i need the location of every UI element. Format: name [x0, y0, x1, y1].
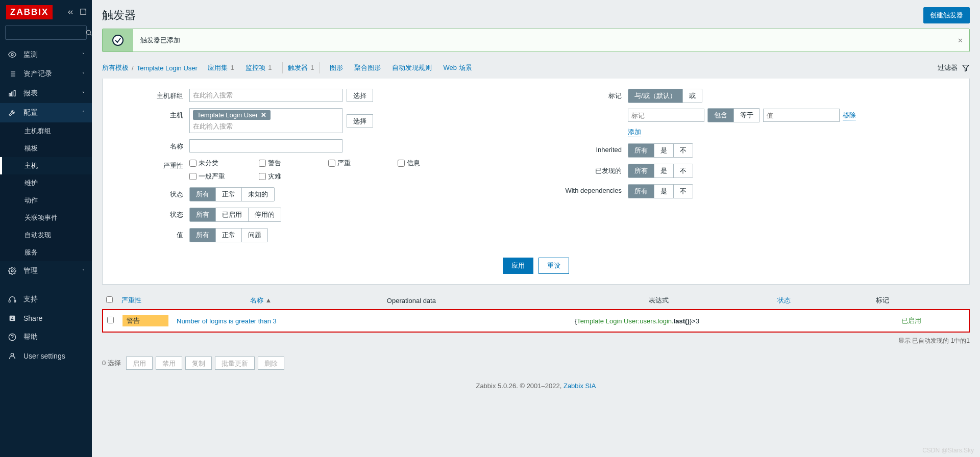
action-删除[interactable]: 删除 — [258, 357, 284, 370]
select-all-checkbox[interactable] — [106, 296, 113, 303]
trigger-name-link[interactable]: Number of logins is greater than 3 — [177, 317, 277, 325]
tag-op-contains[interactable]: 包含 — [708, 109, 734, 122]
nav-Share[interactable]: ZShare — [0, 309, 92, 327]
action-启用[interactable]: 启用 — [126, 357, 153, 370]
footer-link[interactable]: Zabbix SIA — [564, 382, 596, 390]
nav-帮助[interactable]: 帮助 — [0, 327, 92, 347]
hostgroup-placeholder: 在此输入搜索 — [193, 91, 233, 99]
chart-icon — [7, 89, 17, 97]
nav-sub-模板[interactable]: 模板 — [0, 140, 92, 157]
page-title: 触发器 — [102, 8, 136, 23]
svg-point-20 — [11, 353, 13, 356]
seg-value-正常[interactable]: 正常 — [216, 229, 242, 242]
col-severity[interactable]: 严重性 — [117, 292, 246, 309]
host-multiselect[interactable]: Template Login User✕ 在此输入搜索 — [189, 108, 342, 133]
seg-disc-不[interactable]: 不 — [674, 164, 693, 177]
seg-state-正常[interactable]: 正常 — [216, 188, 242, 201]
action-禁用[interactable]: 禁用 — [156, 357, 182, 370]
seg-value-所有[interactable]: 所有 — [190, 229, 216, 242]
close-icon[interactable]: ✕ — [951, 37, 969, 44]
col-status[interactable]: 状态 — [773, 292, 871, 309]
logo[interactable]: ZABBIX — [6, 5, 53, 19]
status-link[interactable]: 已启用 — [901, 317, 921, 324]
seg-inh-不[interactable]: 不 — [674, 144, 693, 157]
nav-User settings[interactable]: User settings — [0, 347, 92, 365]
severity-未分类[interactable]: 未分类 — [189, 159, 246, 168]
tag-op-equals[interactable]: 等于 — [734, 109, 760, 122]
seg-tagmode-或[interactable]: 或 — [683, 89, 702, 103]
hostgroup-select-button[interactable]: 选择 — [347, 89, 373, 102]
tag-value-input[interactable] — [763, 109, 840, 122]
nav-配置[interactable]: 配置˄ — [0, 103, 92, 122]
severity-警告[interactable]: 警告 — [259, 159, 315, 168]
breadcrumb-root[interactable]: 所有模板 — [102, 63, 129, 72]
nav-资产记录[interactable]: 资产记录˅ — [0, 64, 92, 84]
search-icon[interactable] — [85, 29, 92, 36]
nav-sub-服务[interactable]: 服务 — [0, 244, 92, 261]
filter-toggle[interactable]: 过滤器 — [938, 63, 970, 72]
breadcrumb-item[interactable]: Template Login User — [137, 64, 198, 72]
nav-sub-维护[interactable]: 维护 — [0, 174, 92, 192]
create-trigger-button[interactable]: 创建触发器 — [923, 7, 970, 23]
seg-disc-所有[interactable]: 所有 — [628, 164, 654, 177]
seg-value-问题[interactable]: 问题 — [242, 229, 267, 242]
label-name: 名称 — [123, 139, 189, 151]
seg-status-已启用[interactable]: 已启用 — [216, 208, 249, 221]
breadcrumb-sep: / — [132, 64, 134, 72]
tab-Web 场景[interactable]: Web 场景 — [442, 62, 473, 73]
seg-inh-所有[interactable]: 所有 — [628, 144, 654, 157]
severity-严重[interactable]: 严重 — [328, 159, 384, 168]
tag-remove-link[interactable]: 移除 — [843, 111, 856, 120]
tag-name-input[interactable] — [628, 109, 704, 122]
seg-deps-所有[interactable]: 所有 — [628, 185, 654, 198]
action-复制[interactable]: 复制 — [185, 357, 212, 370]
severity-一般严重[interactable]: 一般严重 — [189, 172, 246, 181]
seg-deps-不[interactable]: 不 — [674, 185, 693, 198]
col-name[interactable]: 名称 ▲ — [246, 292, 383, 309]
host-tag[interactable]: Template Login User✕ — [193, 110, 271, 120]
seg-tagmode-与/或（默认）[interactable]: 与/或（默认） — [628, 89, 683, 103]
nav-报表[interactable]: 报表˅ — [0, 84, 92, 103]
nav-sub-主机群组[interactable]: 主机群组 — [0, 122, 92, 140]
svg-point-13 — [11, 270, 13, 272]
chevrons-left-icon[interactable] — [66, 8, 75, 16]
severity-信息[interactable]: 信息 — [398, 159, 454, 168]
eye-icon — [7, 50, 17, 59]
severity-灾难[interactable]: 灾难 — [259, 172, 315, 181]
tab-图形[interactable]: 图形 — [329, 62, 344, 73]
nav-sub-动作[interactable]: 动作 — [0, 192, 92, 209]
nav-sub-自动发现[interactable]: 自动发现 — [0, 226, 92, 244]
seg-disc-是[interactable]: 是 — [654, 164, 674, 177]
host-select-button[interactable]: 选择 — [347, 114, 373, 128]
remove-tag-icon[interactable]: ✕ — [261, 111, 266, 119]
tag-add-link[interactable]: 添加 — [628, 128, 641, 137]
tab-聚合图形[interactable]: 聚合图形 — [353, 62, 382, 73]
seg-state-未知的[interactable]: 未知的 — [242, 188, 274, 201]
seg-deps-是[interactable]: 是 — [654, 185, 674, 198]
seg-inh-是[interactable]: 是 — [654, 144, 674, 157]
svg-rect-12 — [14, 91, 15, 96]
nav-支持[interactable]: 支持 — [0, 290, 92, 309]
row-checkbox[interactable] — [107, 317, 114, 323]
tab-自动发现规则[interactable]: 自动发现规则 — [391, 62, 433, 73]
expand-icon[interactable] — [80, 8, 87, 16]
search-input[interactable] — [9, 29, 85, 36]
name-input[interactable] — [189, 139, 342, 153]
seg-status-停用的[interactable]: 停用的 — [249, 208, 281, 221]
search-box[interactable] — [5, 26, 87, 40]
label-severity: 严重性 — [123, 159, 189, 170]
reset-button[interactable]: 重设 — [538, 258, 569, 274]
nav-管理[interactable]: 管理˅ — [0, 261, 92, 281]
tab-触发器[interactable]: 触发器 1 — [282, 62, 320, 73]
tab-应用集[interactable]: 应用集 1 — [207, 62, 235, 73]
user-icon — [7, 352, 17, 360]
action-批量更新[interactable]: 批量更新 — [215, 357, 255, 370]
hostgroup-multiselect[interactable]: 在此输入搜索 — [189, 89, 342, 102]
nav-sub-关联项事件[interactable]: 关联项事件 — [0, 209, 92, 226]
nav-sub-主机[interactable]: 主机 — [0, 157, 92, 174]
seg-state-所有[interactable]: 所有 — [190, 188, 216, 201]
tab-监控项[interactable]: 监控项 1 — [244, 62, 273, 73]
nav-监测[interactable]: 监测˅ — [0, 45, 92, 64]
seg-status-所有[interactable]: 所有 — [190, 208, 216, 221]
apply-button[interactable]: 应用 — [503, 258, 533, 274]
